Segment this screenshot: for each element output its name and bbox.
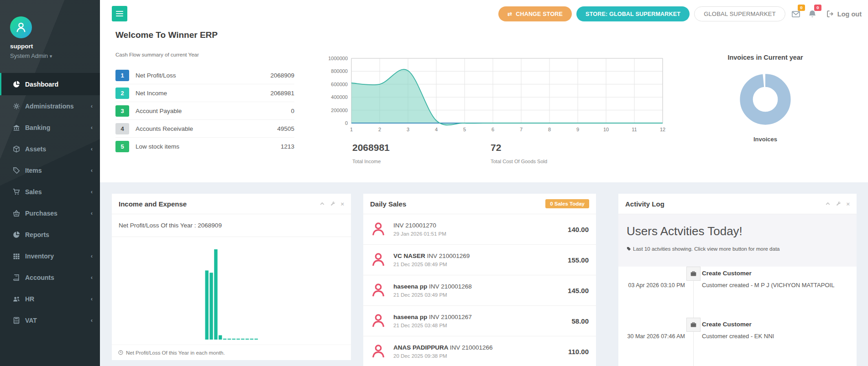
calculator-icon — [12, 316, 20, 324]
chevron-left-icon: ‹ — [91, 103, 93, 109]
activity-jumbotron: Users Actvities Today! Last 10 actvities… — [618, 214, 857, 267]
sidebar-item-banking[interactable]: Banking ‹ — [0, 117, 100, 138]
summary-row: 3 Account Payable 0 — [115, 102, 294, 120]
sidebar-item-dashboard[interactable]: Dashboard — [0, 73, 100, 95]
activity-timeline: 03 Apr 2026 03:10 PM Create Customer Cus… — [618, 267, 857, 366]
sidebar: support System Admin ▾ Dashboard Adminis… — [0, 0, 100, 366]
number-badge: 4 — [115, 123, 129, 134]
sale-row[interactable]: INV 210001270 29 Jan 2026 01:51 PM 140.0… — [363, 214, 596, 245]
tag-icon — [12, 166, 20, 174]
chevron-left-icon: ‹ — [91, 145, 93, 152]
page-title: Welcome To Winner ERP — [115, 30, 218, 40]
svg-text:3: 3 — [407, 127, 409, 132]
page-subtitle: Cash Flow summary of current Year — [115, 52, 199, 57]
svg-text:5: 5 — [463, 127, 466, 132]
sale-amount: 140.00 — [568, 226, 589, 233]
sidebar-toggle-button[interactable] — [112, 6, 127, 21]
panel-title: Income and Expense — [119, 200, 187, 208]
total-cogs: 72 Total Cost Of Goods Sold — [491, 142, 547, 164]
daily-sales-panel: Daily Sales 0 Sales Today INV 210001270 … — [363, 194, 596, 366]
current-store-button[interactable]: STORE: GLOBAL SUPERMARKET — [576, 6, 690, 21]
wrench-icon[interactable] — [330, 201, 335, 206]
sale-amount: 145.00 — [568, 287, 589, 294]
close-icon[interactable]: × — [846, 201, 850, 207]
sidebar-item-purchases[interactable]: Purchases ‹ — [0, 202, 100, 224]
sale-amount: 155.00 — [568, 256, 589, 264]
sidebar-menu: Dashboard Administrations ‹ Banking ‹ As… — [0, 73, 100, 331]
sidebar-item-vat[interactable]: VAT ‹ — [0, 309, 100, 331]
logout-button[interactable]: Log out — [826, 10, 862, 18]
svg-text:12: 12 — [660, 127, 665, 132]
sidebar-item-reports[interactable]: Reports — [0, 224, 100, 245]
tag-icon — [627, 247, 631, 251]
svg-text:2: 2 — [378, 127, 381, 132]
exchange-icon: ⇄ — [507, 10, 512, 17]
bell-icon — [808, 10, 817, 19]
briefcase-icon — [686, 318, 701, 332]
chevron-left-icon: ‹ — [91, 253, 93, 259]
sidebar-item-inventory[interactable]: Inventory ‹ — [0, 245, 100, 267]
income-expense-panel: Income and Expense × Net Profit/Loss Of … — [112, 194, 351, 360]
main-content: ⇄ CHANGE STORE STORE: GLOBAL SUPERMARKET… — [100, 0, 868, 366]
caret-down-icon: ▾ — [50, 53, 52, 59]
close-icon[interactable]: × — [340, 201, 344, 207]
notifications-badge: 0 — [814, 5, 821, 11]
sidebar-item-accounts[interactable]: Accounts ‹ — [0, 267, 100, 288]
sale-row[interactable]: ANAS PADIPPURA INV 210001266 20 Dec 2025… — [363, 336, 596, 366]
collapse-icon[interactable] — [825, 201, 831, 206]
book-icon — [12, 273, 20, 281]
summary-row: 5 Low stock items 1213 — [115, 138, 294, 155]
collapse-icon[interactable] — [319, 201, 325, 206]
chevron-left-icon: ‹ — [91, 317, 93, 324]
activity-entry: 30 Mar 2026 07:46 AM Create Customer Cus… — [618, 318, 857, 366]
sale-amount: 58.00 — [571, 317, 589, 325]
avatar — [10, 16, 32, 38]
svg-text:9: 9 — [576, 127, 579, 132]
chevron-left-icon: ‹ — [91, 188, 93, 195]
invoices-donut-chart — [735, 69, 795, 129]
invoices-donut-block: Invoices in Current year Invoices — [706, 54, 825, 143]
messages-badge: 0 — [798, 5, 805, 11]
svg-text:600000: 600000 — [331, 82, 348, 87]
bank-icon — [12, 124, 20, 131]
svg-text:8: 8 — [548, 127, 551, 132]
chevron-left-icon: ‹ — [91, 274, 93, 281]
briefcase-icon — [686, 267, 701, 281]
number-badge: 2 — [115, 88, 129, 99]
sidebar-item-sales[interactable]: Sales ‹ — [0, 181, 100, 202]
svg-text:7: 7 — [520, 127, 523, 132]
svg-text:11: 11 — [632, 127, 637, 132]
sidebar-item-administrations[interactable]: Administrations ‹ — [0, 95, 100, 117]
sale-row[interactable]: haseena pp INV 210001267 21 Dec 2025 03:… — [363, 306, 596, 336]
svg-text:0: 0 — [345, 120, 348, 126]
messages-button[interactable]: 0 — [790, 8, 802, 20]
svg-text:4: 4 — [435, 127, 438, 132]
role-dropdown[interactable]: System Admin ▾ — [10, 52, 52, 59]
cube-icon — [12, 145, 20, 153]
customer-icon — [371, 221, 387, 237]
store-name-pill: GLOBAL SUPERMARKET — [694, 6, 785, 21]
clock-icon — [118, 350, 123, 355]
panel-title: Activity Log — [625, 200, 664, 208]
sale-row[interactable]: haseena pp INV 210001268 21 Dec 2025 03:… — [363, 275, 596, 306]
winner-erp-dashboard: support System Admin ▾ Dashboard Adminis… — [0, 0, 868, 366]
customer-icon — [371, 282, 387, 299]
panel-title: Daily Sales — [370, 200, 406, 208]
customer-icon — [371, 313, 387, 329]
pie-chart-icon — [12, 80, 20, 88]
wrench-icon[interactable] — [836, 201, 841, 206]
svg-text:6: 6 — [492, 127, 494, 132]
customer-icon — [371, 252, 387, 268]
sidebar-item-assets[interactable]: Assets ‹ — [0, 138, 100, 160]
users-icon — [12, 295, 20, 303]
basket-icon — [12, 209, 20, 217]
user-panel: support System Admin ▾ — [10, 16, 52, 59]
sidebar-item-hr[interactable]: HR ‹ — [0, 288, 100, 309]
change-store-button[interactable]: ⇄ CHANGE STORE — [498, 6, 572, 21]
sidebar-item-items[interactable]: Items ‹ — [0, 160, 100, 181]
username: support — [10, 43, 52, 50]
shopping-cart-icon — [12, 188, 20, 196]
svg-text:10: 10 — [603, 127, 609, 132]
notifications-button[interactable]: 0 — [806, 8, 818, 20]
sale-row[interactable]: VC NASER INV 210001269 21 Dec 2025 08:49… — [363, 245, 596, 275]
